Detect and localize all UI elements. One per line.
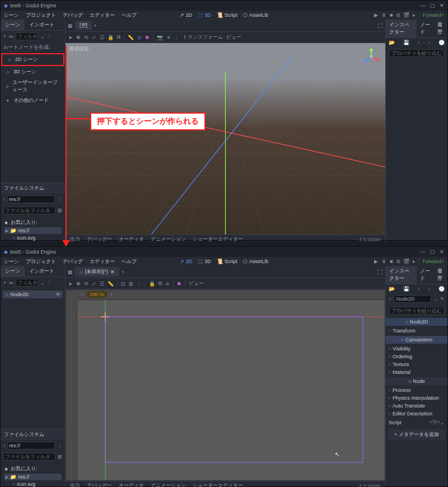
add-node-icon[interactable]: + bbox=[3, 34, 6, 39]
fs-path-input[interactable] bbox=[7, 195, 55, 203]
insp-nav-fwd-icon[interactable]: › bbox=[428, 40, 430, 45]
remote-button[interactable]: ⧉ bbox=[396, 12, 400, 18]
zoom-in-icon[interactable]: + bbox=[110, 292, 113, 297]
menu-help[interactable]: ヘルプ bbox=[122, 12, 137, 19]
tab-node[interactable]: ノード bbox=[417, 266, 434, 284]
add-node-icon[interactable]: + bbox=[3, 280, 6, 285]
play-custom-button[interactable]: ▸ bbox=[413, 12, 416, 18]
section-node2d[interactable]: ○ Node2D bbox=[386, 318, 447, 326]
prop-material[interactable]: Material bbox=[386, 368, 447, 376]
menu-debug[interactable]: デバッグ bbox=[63, 12, 83, 19]
lock-icon[interactable]: 🔒 bbox=[149, 281, 155, 287]
tab-inspector[interactable]: インスペクター bbox=[386, 20, 417, 38]
tab-import[interactable]: インポート bbox=[25, 20, 59, 30]
extra-icon[interactable]: ✎ bbox=[440, 296, 445, 302]
fs-path-input[interactable] bbox=[7, 442, 55, 449]
filter-options-icon[interactable]: ⌄ bbox=[40, 280, 45, 285]
inspector-pin-icon[interactable]: ⌄ bbox=[433, 296, 438, 302]
skeleton-icon[interactable]: ☠ bbox=[165, 281, 170, 287]
zoom-out-icon[interactable]: − bbox=[81, 292, 83, 297]
insp-history-icon[interactable]: 🕗 bbox=[438, 40, 445, 45]
stop-button[interactable]: ■ bbox=[390, 12, 393, 18]
fs-more-icon[interactable]: ⋮ bbox=[57, 443, 62, 448]
remote-button[interactable]: ⧉ bbox=[396, 259, 400, 265]
maximize-button[interactable]: ▢ bbox=[430, 3, 435, 8]
panel-debugger[interactable]: デバッガー bbox=[87, 236, 112, 243]
prop-physics[interactable]: Physics Interpolation bbox=[386, 394, 447, 402]
grid-view-icon[interactable]: ⊞ bbox=[58, 454, 62, 460]
panel-shader[interactable]: シェーダーエディター bbox=[193, 482, 243, 487]
prop-texture[interactable]: Texture bbox=[386, 360, 447, 368]
play-button[interactable]: ▶ bbox=[374, 259, 378, 264]
tab-scene[interactable]: シーン bbox=[1, 20, 25, 30]
scene-filter-input[interactable] bbox=[16, 279, 38, 287]
group-tool-icon[interactable]: ⧉ bbox=[117, 34, 120, 40]
add-tab-icon[interactable]: + bbox=[94, 23, 97, 29]
minimize-button[interactable]: — bbox=[421, 249, 426, 255]
list-tool-icon[interactable]: ☰ bbox=[100, 281, 104, 287]
scale-tool-icon[interactable]: ⤢ bbox=[92, 281, 96, 287]
workspace-2d[interactable]: ↗ 2D bbox=[180, 12, 193, 18]
add-tab-icon[interactable]: + bbox=[122, 269, 124, 275]
panel-output[interactable]: 出力 bbox=[70, 236, 80, 243]
res-folder[interactable]: ▸ 📁res:// bbox=[4, 227, 62, 234]
section-node[interactable]: ○ Node bbox=[386, 377, 447, 385]
rotate-tool-icon[interactable]: ⟲ bbox=[84, 281, 88, 287]
panel-animation[interactable]: アニメーション bbox=[151, 236, 186, 243]
env-icon[interactable]: ⋮ bbox=[174, 35, 179, 40]
inspector-object-name[interactable]: Node2D bbox=[394, 295, 431, 303]
workspace-3d[interactable]: ⬚ 3D bbox=[198, 259, 211, 264]
renderer-dropdown[interactable]: Forward+ bbox=[423, 259, 444, 264]
prop-ordering[interactable]: Ordering bbox=[386, 353, 447, 360]
play-scene-button[interactable]: 🎬 bbox=[403, 259, 409, 264]
menu-editor[interactable]: エディター bbox=[90, 12, 115, 19]
workspace-assetlib[interactable]: ⬡ AssetLib bbox=[243, 259, 269, 264]
insp-nav-fwd-icon[interactable]: › bbox=[428, 286, 430, 292]
select-tool-icon[interactable]: ➤ bbox=[68, 281, 73, 287]
scene-tab-unsaved[interactable]: ○ [未保存](*) ✕ bbox=[75, 267, 119, 277]
insp-nav-back-icon[interactable]: ‹ bbox=[418, 286, 420, 292]
play-scene-button[interactable]: 🎬 bbox=[403, 12, 409, 18]
pause-button[interactable]: ⏸ bbox=[381, 259, 386, 264]
fs-filter-input[interactable] bbox=[3, 453, 55, 461]
menu-project[interactable]: プロジェクト bbox=[26, 12, 56, 19]
workspace-3d[interactable]: ⬚ 3D bbox=[198, 12, 211, 18]
script-dropdown-icon[interactable]: ⌄ bbox=[440, 420, 445, 425]
tab-scene[interactable]: シーン bbox=[1, 266, 25, 277]
visibility-icon[interactable]: 👁 bbox=[55, 292, 60, 297]
more-icon[interactable]: ⋮ bbox=[47, 280, 52, 285]
select-tool-icon[interactable]: ➤ bbox=[68, 35, 73, 40]
panel-audio[interactable]: オーディオ bbox=[119, 236, 144, 243]
insp-nav-back-icon[interactable]: ‹ bbox=[418, 40, 420, 45]
prop-editor-desc[interactable]: Editor Description bbox=[386, 410, 447, 418]
expand-icon[interactable]: ⛶ bbox=[378, 269, 383, 275]
camera-icon[interactable]: 📷 bbox=[157, 35, 163, 40]
insp-save-icon[interactable]: 💾 bbox=[403, 40, 409, 45]
insp-open-icon[interactable]: 📂 bbox=[389, 286, 395, 292]
pause-button[interactable]: ⏸ bbox=[381, 12, 386, 18]
create-2d-scene-button[interactable]: ○ 2D シーン bbox=[1, 53, 64, 66]
expand-icon[interactable]: ⛶ bbox=[378, 23, 383, 29]
menu-help[interactable]: ヘルプ bbox=[122, 258, 137, 265]
more-icon[interactable]: ⋮ bbox=[47, 34, 52, 39]
insp-history-icon[interactable]: 🕗 bbox=[438, 286, 445, 292]
panel-animation[interactable]: アニメーション bbox=[151, 482, 186, 487]
maximize-button[interactable]: ▢ bbox=[430, 249, 435, 255]
prop-script[interactable]: Script <空> ⌄ bbox=[386, 418, 447, 427]
play-button[interactable]: ▶ bbox=[374, 12, 378, 18]
panel-debugger[interactable]: デバッガー bbox=[87, 482, 112, 487]
menu-scene[interactable]: シーン bbox=[4, 12, 19, 19]
prop-process[interactable]: Process bbox=[386, 386, 447, 394]
grid-view-icon[interactable]: ⊞ bbox=[58, 208, 62, 213]
filter-options-icon[interactable]: ⌄ bbox=[40, 34, 45, 39]
group-icon[interactable]: ⧉ bbox=[158, 280, 162, 287]
workspace-script[interactable]: 📜 Script bbox=[217, 259, 237, 264]
view-menu[interactable]: ビュー bbox=[226, 34, 241, 41]
workspace-script[interactable]: 📜 Script bbox=[217, 12, 237, 18]
prop-visibility[interactable]: Visibility bbox=[386, 345, 447, 353]
workspace-2d[interactable]: ↗ 2D bbox=[180, 259, 193, 264]
root-node-item[interactable]: ○ Node2D 👁 bbox=[3, 291, 63, 298]
link-icon[interactable]: ⫘ bbox=[8, 280, 13, 285]
tab-node[interactable]: ノード bbox=[417, 20, 434, 38]
override-camera-icon[interactable]: ✱ bbox=[177, 281, 181, 287]
